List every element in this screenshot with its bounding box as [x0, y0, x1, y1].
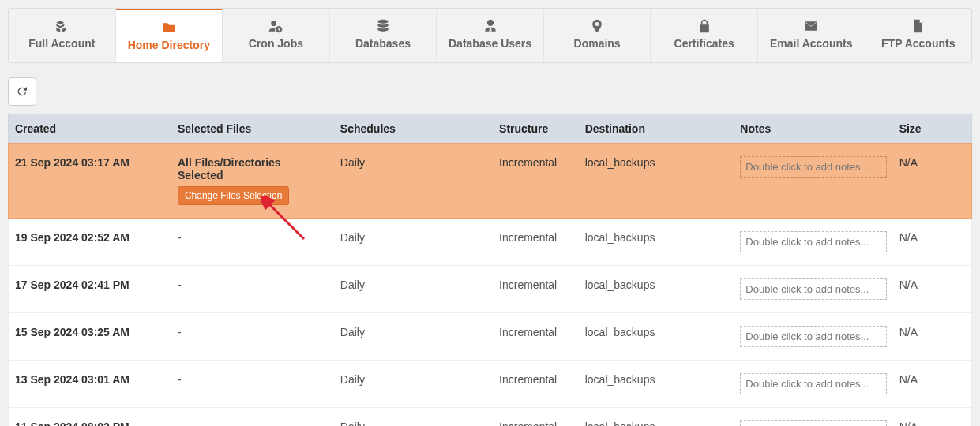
schedule-text: Daily [340, 156, 365, 169]
col-header-notes[interactable]: Notes [734, 114, 892, 143]
selected-files-text: - [178, 231, 182, 244]
selected-files-text: - [178, 420, 182, 426]
schedule-text: Daily [340, 420, 365, 426]
selected-files-text: - [178, 326, 182, 338]
destination-text: local_backups [585, 420, 655, 426]
notes-field[interactable]: Double click to add notes... [740, 326, 886, 347]
tab-databases[interactable]: Databases [330, 9, 437, 62]
table-row[interactable]: 21 Sep 2024 03:17 AMAll Files/Directorie… [8, 143, 972, 219]
tab-label: Databases [355, 37, 411, 50]
structure-text: Incremental [499, 278, 557, 291]
size-text: N/A [899, 156, 918, 169]
notes-field[interactable]: Double click to add notes... [740, 231, 886, 252]
schedule-text: Daily [340, 326, 365, 338]
created-date: 15 Sep 2024 03:25 AM [15, 326, 130, 338]
structure-text: Incremental [499, 373, 557, 386]
size-text: N/A [899, 278, 918, 291]
schedule-text: Daily [340, 278, 365, 291]
col-header-schedules[interactable]: Schedules [334, 114, 493, 143]
cubes-icon [53, 18, 70, 34]
tab-full-account[interactable]: Full Account [9, 9, 116, 62]
lock-icon [696, 18, 713, 34]
tab-label: Full Account [28, 37, 95, 50]
tab-label: Home Directory [128, 39, 210, 51]
user-clock-icon [267, 18, 284, 34]
schedule-text: Daily [340, 231, 365, 244]
size-text: N/A [899, 231, 918, 244]
tab-label: Certificates [674, 37, 734, 50]
tab-certificates[interactable]: Certificates [651, 9, 758, 62]
tab-ftp-accounts[interactable]: FTP Accounts [865, 9, 972, 62]
table-header-row: Created Selected Files Schedules Structu… [8, 114, 972, 143]
structure-text: Incremental [499, 231, 557, 244]
envelope-icon [802, 18, 820, 34]
selected-files-text: - [178, 278, 182, 291]
col-header-created[interactable]: Created [9, 114, 171, 143]
tab-cron-jobs[interactable]: Cron Jobs [223, 9, 330, 62]
col-header-dest[interactable]: Destination [579, 114, 734, 143]
tab-domains[interactable]: Domains [544, 9, 651, 62]
size-text: N/A [899, 326, 918, 338]
table-row[interactable]: 11 Sep 2024 08:02 PM-DailyIncrementalloc… [8, 408, 972, 426]
schedule-text: Daily [340, 373, 365, 386]
backups-table: Created Selected Files Schedules Structu… [8, 114, 972, 426]
created-date: 13 Sep 2024 03:01 AM [15, 373, 130, 386]
created-date: 19 Sep 2024 02:52 AM [15, 231, 130, 244]
destination-text: local_backups [585, 231, 655, 244]
table-row[interactable]: 13 Sep 2024 03:01 AM-DailyIncrementalloc… [8, 361, 972, 408]
tab-home-directory[interactable]: Home Directory [116, 8, 223, 62]
created-date: 17 Sep 2024 02:41 PM [15, 278, 130, 291]
created-date: 11 Sep 2024 08:02 PM [15, 420, 130, 426]
notes-field[interactable]: Double click to add notes... [740, 278, 886, 300]
created-date: 21 Sep 2024 03:17 AM [15, 156, 130, 169]
tab-database-users[interactable]: Database Users [437, 9, 544, 62]
structure-text: Incremental [499, 326, 557, 338]
tab-email-accounts[interactable]: Email Accounts [758, 9, 865, 62]
map-pin-icon [588, 18, 606, 34]
table-row[interactable]: 17 Sep 2024 02:41 PM-DailyIncrementalloc… [8, 266, 972, 313]
folder-icon [160, 20, 178, 36]
change-files-selection-button[interactable]: Change Files Selection [178, 186, 289, 205]
table-body: 21 Sep 2024 03:17 AMAll Files/Directorie… [8, 143, 972, 426]
structure-text: Incremental [499, 420, 557, 426]
tab-label: Domains [574, 37, 621, 50]
tab-label: Email Accounts [770, 37, 853, 50]
backup-type-tabs: Full AccountHome DirectoryCron JobsDatab… [8, 8, 972, 63]
table-row[interactable]: 19 Sep 2024 02:52 AM-DailyIncrementalloc… [8, 219, 972, 266]
database-icon [374, 18, 392, 34]
col-header-size[interactable]: Size [893, 114, 971, 143]
notes-field[interactable]: Double click to add notes... [740, 156, 886, 178]
size-text: N/A [899, 373, 918, 386]
refresh-button[interactable] [8, 77, 36, 106]
destination-text: local_backups [585, 373, 655, 386]
user-tie-icon [482, 18, 499, 34]
tab-label: Cron Jobs [249, 37, 303, 50]
file-icon [910, 18, 927, 34]
notes-field[interactable]: Double click to add notes... [740, 373, 886, 394]
destination-text: local_backups [585, 326, 655, 338]
tab-label: FTP Accounts [881, 37, 955, 50]
col-header-files[interactable]: Selected Files [171, 114, 334, 143]
structure-text: Incremental [499, 156, 557, 169]
tab-label: Database Users [449, 37, 531, 50]
notes-field[interactable]: Double click to add notes... [740, 420, 886, 426]
selected-files-text: - [178, 373, 182, 386]
col-header-structure[interactable]: Structure [493, 114, 579, 143]
destination-text: local_backups [585, 278, 655, 291]
size-text: N/A [899, 420, 918, 426]
table-row[interactable]: 15 Sep 2024 03:25 AM-DailyIncrementalloc… [8, 313, 972, 361]
destination-text: local_backups [585, 156, 655, 169]
selected-files-text: All Files/Directories Selected [178, 156, 281, 181]
refresh-icon [16, 85, 28, 98]
